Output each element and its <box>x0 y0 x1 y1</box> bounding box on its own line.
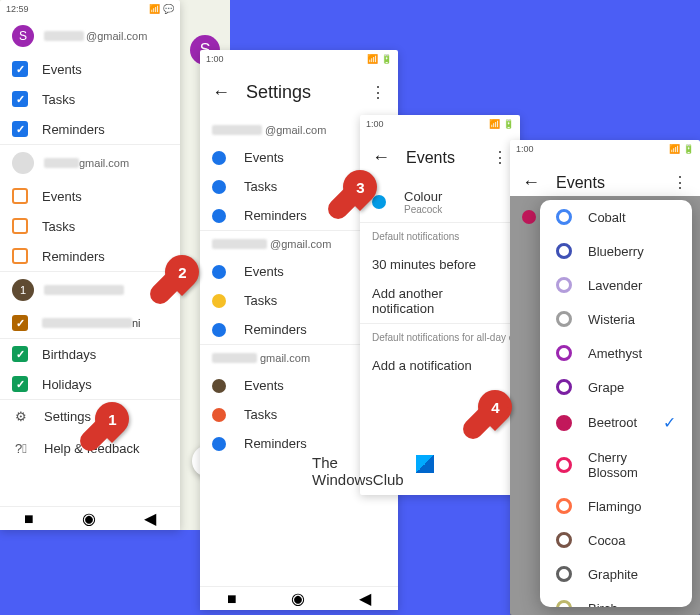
color-name: Lavender <box>588 278 642 293</box>
item-label: Birthdays <box>42 347 96 362</box>
panel-color-picker: 1:00📶 🔋 ← Events ⋮ CobaltBlueberryLavend… <box>510 140 700 615</box>
color-option-lavender[interactable]: Lavender <box>540 268 692 302</box>
account-1[interactable]: S @gmail.com <box>0 18 180 54</box>
item-label: Events <box>42 62 82 77</box>
item-label: Events <box>244 378 284 393</box>
back-icon[interactable]: ← <box>212 82 230 103</box>
color-dot-icon <box>212 151 226 165</box>
checkbox-icon <box>12 248 28 264</box>
checkbox-row[interactable]: Birthdays <box>0 339 180 369</box>
checkbox-row[interactable]: Reminders <box>0 241 180 271</box>
color-dot-icon <box>212 209 226 223</box>
overflow-icon[interactable]: ⋮ <box>492 148 508 167</box>
checkbox-icon <box>12 218 28 234</box>
color-option-wisteria[interactable]: Wisteria <box>540 302 692 336</box>
watermark-icon <box>416 455 434 473</box>
section-header: Default notifications for all-day events <box>360 324 520 351</box>
overflow-icon[interactable]: ⋮ <box>672 173 688 192</box>
color-modal: CobaltBlueberryLavenderWisteriaAmethystG… <box>540 200 692 607</box>
color-name: Graphite <box>588 567 638 582</box>
color-name: Blueberry <box>588 244 644 259</box>
checkbox-row[interactable]: Events <box>0 54 180 84</box>
account-2[interactable]: gmail.com <box>0 144 180 181</box>
color-dot-icon <box>212 408 226 422</box>
nav-home-icon[interactable]: ◉ <box>82 509 96 528</box>
color-name: Wisteria <box>588 312 635 327</box>
color-option-flamingo[interactable]: Flamingo <box>540 489 692 523</box>
nav-bar: ■ ◉ ◀ <box>0 506 180 530</box>
checkbox-row[interactable]: Events <box>0 181 180 211</box>
item-label: Holidays <box>42 377 92 392</box>
colour-value: Peacock <box>404 204 442 215</box>
color-option-grape[interactable]: Grape <box>540 370 692 404</box>
section-header: Default notifications <box>360 223 520 250</box>
nav-recent-icon[interactable]: ■ <box>24 510 34 528</box>
item-label: Events <box>244 264 284 279</box>
color-option-cocoa[interactable]: Cocoa <box>540 523 692 557</box>
page-title: Settings <box>246 82 311 103</box>
color-swatch-icon <box>556 379 572 395</box>
color-option-cherry-blossom[interactable]: Cherry Blossom <box>540 441 692 489</box>
color-name: Grape <box>588 380 624 395</box>
selected-dot-icon <box>522 210 536 224</box>
status-bar: 12:59📶 💬 <box>0 0 180 18</box>
color-option-amethyst[interactable]: Amethyst <box>540 336 692 370</box>
avatar-icon <box>12 152 34 174</box>
color-dot-icon <box>212 294 226 308</box>
redacted <box>44 31 84 41</box>
checkbox-row[interactable]: Tasks <box>0 84 180 114</box>
checkbox-row[interactable]: Reminders <box>0 114 180 144</box>
color-swatch-icon <box>556 311 572 327</box>
color-swatch-icon <box>556 457 572 473</box>
color-swatch-icon <box>556 243 572 259</box>
checkbox-row[interactable]: Holidays <box>0 369 180 399</box>
item-label: Reminders <box>244 436 307 451</box>
add-notification[interactable]: Add another notification <box>360 279 520 323</box>
help-icon: ?⃝ <box>12 439 30 457</box>
checkbox-row[interactable]: Tasks <box>0 211 180 241</box>
checkbox-row[interactable]: ni <box>0 308 180 338</box>
overflow-icon[interactable]: ⋮ <box>370 83 386 102</box>
header: ← Events ⋮ <box>360 133 520 182</box>
color-option-beetroot[interactable]: Beetroot✓ <box>540 404 692 441</box>
redacted <box>42 318 132 328</box>
page-title: Events <box>406 149 455 167</box>
nav-back-icon[interactable]: ◀ <box>144 509 156 528</box>
color-swatch-icon <box>556 345 572 361</box>
settings-label: Settings <box>44 409 91 424</box>
back-icon[interactable]: ← <box>372 147 390 168</box>
checkbox-icon <box>12 61 28 77</box>
avatar-icon: S <box>12 25 34 47</box>
nav-recent-icon[interactable]: ■ <box>227 590 237 608</box>
panel-events-detail: 1:00📶 🔋 ← Events ⋮ Colour Peacock Defaul… <box>360 115 520 495</box>
colour-row[interactable]: Colour Peacock <box>360 182 520 222</box>
color-swatch-icon <box>556 209 572 225</box>
color-option-blueberry[interactable]: Blueberry <box>540 234 692 268</box>
back-icon[interactable]: ← <box>522 172 540 193</box>
nav-home-icon[interactable]: ◉ <box>291 589 305 608</box>
header: ← Settings ⋮ <box>200 68 398 117</box>
color-name: Cocoa <box>588 533 626 548</box>
color-swatch-icon <box>556 415 572 431</box>
status-bar: 1:00📶 🔋 <box>510 140 700 158</box>
nav-back-icon[interactable]: ◀ <box>359 589 371 608</box>
color-dot-icon <box>212 265 226 279</box>
checkbox-icon <box>12 188 28 204</box>
add-notification[interactable]: Add a notification <box>360 351 520 380</box>
color-option-cobalt[interactable]: Cobalt <box>540 200 692 234</box>
color-swatch-icon <box>556 277 572 293</box>
checkbox-icon <box>12 315 28 331</box>
color-name: Birch <box>588 601 618 608</box>
color-option-graphite[interactable]: Graphite <box>540 557 692 591</box>
item-label: Reminders <box>42 249 105 264</box>
checkbox-icon <box>12 121 28 137</box>
color-name: Flamingo <box>588 499 641 514</box>
watermark: TheWindowsClub <box>312 455 404 488</box>
color-dot-icon <box>212 437 226 451</box>
color-dot-icon <box>212 180 226 194</box>
color-option-birch[interactable]: Birch <box>540 591 692 607</box>
color-swatch-icon <box>556 498 572 514</box>
color-dot-icon <box>372 195 386 209</box>
color-swatch-icon <box>556 532 572 548</box>
notification-row[interactable]: 30 minutes before <box>360 250 520 279</box>
